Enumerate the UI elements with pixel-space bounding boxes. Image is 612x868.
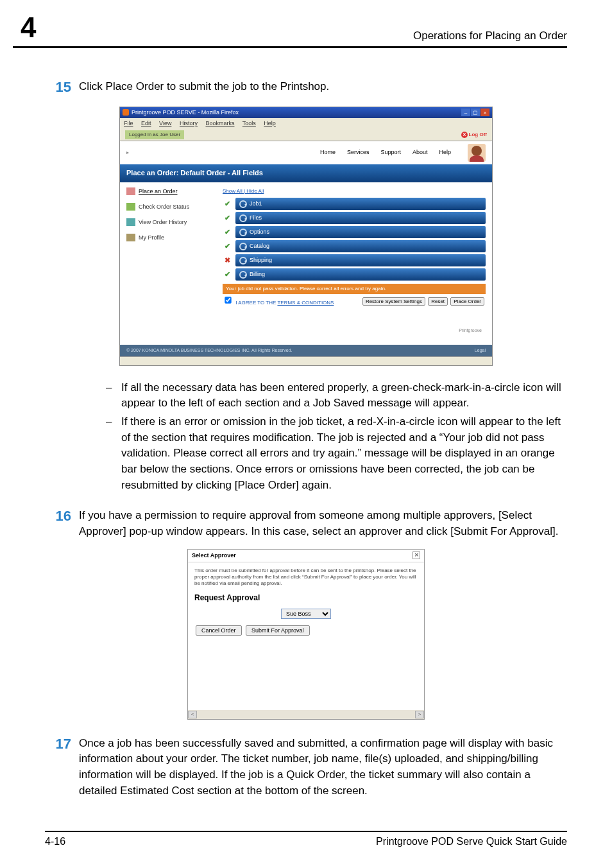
page-footer: 4-16 Printgroove POD Serve Quick Start G… [0,832,612,867]
brand-logo: ▸ [126,149,130,157]
menu-help[interactable]: Help [264,120,276,126]
main-panel: Show All | Hide All ✔ Job1 ✔ Files ✔ Opt… [223,187,486,334]
nav-support[interactable]: Support [380,148,401,157]
printgroove-badge: Printgroove [455,327,486,334]
dash-icon: – [106,380,121,412]
agree-row: I AGREE TO THE TERMS & CONDITIONS Restor… [223,296,486,307]
close-icon[interactable]: ✕ [412,551,420,559]
dialog-description: This order must be submitted for approva… [194,568,418,587]
submit-approval-button[interactable]: Submit For Approval [246,625,310,636]
reset-button[interactable]: Reset [428,297,448,306]
agree-checkbox[interactable] [225,297,231,303]
sidebar-item-place-order[interactable]: Place an Order [126,187,210,196]
check-icon: ✔ [223,228,232,237]
avatar-icon [468,144,486,162]
page-title-bar: Place an Order: Default Order - All Fiel… [120,164,492,182]
menu-bookmarks[interactable]: Bookmarks [205,120,234,126]
expand-icon [239,271,247,279]
dialog-titlebar: Select Approver ✕ [188,550,424,562]
bullet-text: If all the necessary data has been enter… [121,380,564,412]
check-icon: ✔ [223,200,232,209]
step-number: 16 [48,506,79,539]
status-icon [126,203,135,211]
section-catalog: ✔ Catalog [223,240,486,252]
step-15: 15 Click Place Order to submit the job t… [48,77,564,98]
legal-link[interactable]: Legal [475,347,486,354]
error-icon: ✖ [223,256,232,265]
copyright-text: © 2007 KONICA MINOLTA BUSINESS TECHNOLOG… [126,347,292,354]
app-footer: © 2007 KONICA MINOLTA BUSINESS TECHNOLOG… [120,345,492,356]
dialog-title: Select Approver [192,551,236,560]
menu-edit[interactable]: Edit [141,120,151,126]
sidebar: Place an Order Check Order Status View O… [126,187,210,334]
app-topbar: ▸ Home Services Support About Help [120,141,492,164]
step-number: 15 [48,77,79,98]
screenshot-select-approver: Select Approver ✕ This order must be sub… [187,549,425,720]
logoff-link[interactable]: ✕Log Off [461,131,487,139]
expand-icon [239,243,247,250]
approver-select[interactable]: Sue Boss [281,609,331,619]
section-shipping: ✖ Shipping [223,254,486,266]
cancel-order-button[interactable]: Cancel Order [196,625,242,636]
sidebar-item-order-history[interactable]: View Order History [126,218,210,227]
accordion-files[interactable]: Files [235,212,486,224]
terms-link[interactable]: TERMS & CONDITIONS [277,300,334,306]
menu-view[interactable]: View [159,120,171,126]
maximize-button[interactable]: ▢ [471,108,480,116]
bullet-item: – If all the necessary data has been ent… [106,380,564,412]
browser-status-bar [120,356,492,365]
scroll-left-icon[interactable]: < [188,711,197,718]
check-icon: ✔ [223,214,232,223]
expand-icon [239,200,247,208]
accordion-shipping[interactable]: Shipping [235,254,486,266]
horizontal-scrollbar[interactable]: < > [188,710,424,719]
section-billing: ✔ Billing [223,268,486,281]
dash-icon: – [106,414,121,493]
expand-icon [239,229,247,236]
sidebar-item-my-profile[interactable]: My Profile [126,234,210,242]
doc-title-footer: Printgroove POD Serve Quick Start Guide [376,836,567,847]
bullet-text: If there is an error or omission in the … [121,414,564,493]
nav-services[interactable]: Services [347,148,370,157]
history-icon [126,218,135,226]
cart-icon [126,187,135,195]
check-icon: ✔ [223,270,232,279]
dialog-heading: Request Approval [194,593,418,603]
scroll-right-icon[interactable]: > [415,711,424,718]
window-title: Printgroove POD SERVE - Mozilla Firefox [132,108,239,117]
section-job: ✔ Job1 [223,198,486,210]
step-text: Click Place Order to submit the job to t… [79,77,564,98]
step-text: Once a job has been successfully saved a… [79,734,564,799]
login-status: Logged in as Joe User [125,130,184,139]
window-titlebar: Printgroove POD SERVE - Mozilla Firefox … [120,107,492,118]
menu-history[interactable]: History [180,120,198,126]
section-files: ✔ Files [223,212,486,224]
expand-icon [239,214,247,222]
accordion-billing[interactable]: Billing [235,268,486,281]
nav-home[interactable]: Home [320,148,336,157]
accordion-job[interactable]: Job1 [235,198,486,210]
validation-error-bar: Your job did not pass validation. Please… [223,284,486,294]
agree-prefix: I AGREE TO THE [235,300,277,306]
bullet-item: – If there is an error or omission in th… [106,414,564,493]
browser-menu-bar: File Edit View History Bookmarks Tools H… [120,118,492,129]
firefox-icon [123,109,129,116]
step-16: 16 If you have a permission to require a… [48,506,564,539]
nav-about[interactable]: About [412,148,428,157]
menu-file[interactable]: File [124,120,133,126]
restore-button[interactable]: Restore System Settings [362,297,425,306]
show-hide-links[interactable]: Show All | Hide All [223,187,486,195]
accordion-catalog[interactable]: Catalog [235,240,486,252]
header-rule [13,46,567,48]
page-number: 4-16 [45,836,65,847]
screenshot-firefox-window: Printgroove POD SERVE - Mozilla Firefox … [119,107,493,366]
nav-help[interactable]: Help [439,148,451,157]
sidebar-item-check-status[interactable]: Check Order Status [126,203,210,211]
step-17: 17 Once a job has been successfully save… [48,734,564,799]
place-order-button[interactable]: Place Order [450,297,484,306]
menu-tools[interactable]: Tools [242,120,256,126]
minimize-button[interactable]: – [461,108,470,116]
step-text: If you have a permission to require appr… [79,506,564,539]
close-button[interactable]: × [480,108,489,116]
accordion-options[interactable]: Options [235,226,486,238]
